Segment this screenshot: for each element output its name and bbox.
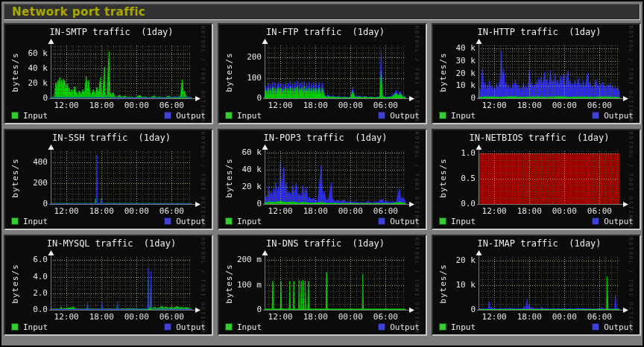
legend-label: Output — [390, 322, 420, 332]
y-tick-label: 0.0 — [433, 199, 476, 208]
legend-item-input: Input — [11, 322, 48, 332]
legend-item-input: Input — [225, 111, 262, 121]
legend-label: Input — [237, 217, 262, 226]
x-tick-label: 06:00 — [155, 312, 188, 322]
graph-panel-ssh[interactable]: IN-SSH traffic (1day)bytes/sRRDTOOL / TO… — [4, 129, 213, 230]
y-tick-label: 0 — [5, 199, 48, 208]
x-tick-label: 06:00 — [369, 312, 402, 322]
legend-label: Input — [237, 322, 262, 332]
legend-item-output: Output — [378, 111, 420, 121]
legend-item-output: Output — [378, 322, 420, 332]
graph-title: IN-POP3 traffic (1day) — [242, 133, 409, 143]
input-swatch — [439, 112, 446, 119]
rrdtool-watermark: RRDTOOL / TOBI OETIKER — [414, 235, 420, 334]
y-tick-label: 0.0 — [5, 305, 48, 314]
graph-title: IN-IMAP traffic (1day) — [455, 238, 623, 249]
output-swatch — [592, 112, 599, 119]
rrdtool-watermark: RRDTOOL / TOBI OETIKER — [628, 129, 634, 229]
legend-label: Input — [23, 322, 48, 332]
x-tick-label: 18:00 — [513, 206, 546, 216]
input-swatch — [225, 323, 233, 331]
legend: InputOutput — [439, 110, 634, 121]
graph-panel-imap[interactable]: IN-IMAP traffic (1day)bytes/sRRDTOOL / T… — [432, 235, 641, 336]
legend-item-output: Output — [378, 217, 420, 226]
input-swatch — [225, 112, 233, 119]
y-tick-label: 1.0 — [433, 148, 476, 158]
legend: InputOutput — [225, 110, 420, 121]
legend-item-input: Input — [11, 217, 48, 226]
y-tick-label: 10 k — [433, 280, 476, 290]
legend: InputOutput — [225, 322, 420, 332]
y-tick-label: 20 k — [219, 182, 262, 191]
y-tick-label: 2.0 — [5, 288, 48, 298]
x-tick-label: 00:00 — [334, 206, 367, 216]
graph-panel-smtp[interactable]: IN-SMTP traffic (1day)bytes/sRRDTOOL / T… — [4, 23, 213, 124]
legend-item-input: Input — [439, 217, 476, 226]
y-tick-label: 6.0 — [5, 255, 48, 264]
legend: InputOutput — [439, 216, 634, 226]
legend-label: Output — [176, 217, 206, 226]
legend-label: Output — [604, 111, 634, 121]
graph-title: IN-SMTP traffic (1day) — [28, 27, 195, 37]
legend-label: Input — [451, 111, 476, 121]
legend-item-input: Input — [439, 322, 476, 332]
legend-label: Output — [390, 217, 420, 226]
graph-panel-dns[interactable]: IN-DNS traffic (1day)bytes/sRRDTOOL / TO… — [218, 235, 427, 336]
legend-label: Output — [604, 322, 634, 332]
legend: InputOutput — [225, 216, 420, 226]
y-tick-label: 0 — [433, 93, 476, 103]
legend-item-output: Output — [592, 217, 634, 226]
x-tick-label: 18:00 — [299, 206, 332, 216]
y-tick-label: 30 k — [433, 56, 476, 66]
x-tick-label: 06:00 — [583, 312, 616, 322]
x-tick-label: 00:00 — [548, 206, 581, 216]
input-swatch — [439, 323, 446, 331]
x-tick-label: 12:00 — [50, 101, 83, 110]
rrdtool-watermark: RRDTOOL / TOBI OETIKER — [200, 23, 206, 123]
legend-item-output: Output — [592, 111, 634, 121]
y-tick-label: 4.0 — [5, 272, 48, 281]
rrdtool-watermark: RRDTOOL / TOBI OETIKER — [414, 129, 420, 229]
x-tick-label: 12:00 — [50, 206, 83, 216]
y-tick-label: 0 — [433, 305, 476, 314]
output-swatch — [378, 112, 385, 119]
x-tick-label: 06:00 — [155, 206, 188, 216]
graph-panel-ftp[interactable]: IN-FTP traffic (1day)bytes/sRRDTOOL / TO… — [218, 23, 427, 124]
x-tick-label: 00:00 — [120, 312, 153, 322]
rrdtool-watermark: RRDTOOL / TOBI OETIKER — [414, 23, 420, 123]
legend-label: Output — [390, 111, 420, 121]
graph-panel-mysql[interactable]: IN-MYSQL traffic (1day)bytes/sRRDTOOL / … — [4, 235, 213, 336]
legend-item-input: Input — [11, 111, 48, 121]
y-tick-label: 100 m — [219, 280, 262, 290]
input-swatch — [11, 323, 19, 331]
legend-item-input: Input — [439, 111, 476, 121]
y-tick-label: 40 k — [219, 165, 262, 174]
legend-label: Input — [451, 217, 476, 226]
legend-label: Output — [176, 322, 206, 332]
graph-title: IN-FTP traffic (1day) — [242, 27, 409, 37]
x-tick-label: 00:00 — [120, 101, 153, 110]
x-tick-label: 18:00 — [85, 101, 118, 110]
output-swatch — [592, 323, 599, 331]
rrdtool-watermark: RRDTOOL / TOBI OETIKER — [628, 23, 634, 123]
legend-label: Input — [451, 322, 476, 332]
x-tick-label: 06:00 — [369, 206, 402, 216]
x-tick-label: 18:00 — [513, 101, 546, 110]
graph-title: IN-SSH traffic (1day) — [28, 133, 195, 143]
x-tick-label: 06:00 — [155, 101, 188, 110]
graph-title: IN-HTTP traffic (1day) — [455, 27, 623, 37]
rrdtool-watermark: RRDTOOL / TOBI OETIKER — [628, 235, 634, 334]
legend-item-output: Output — [164, 111, 206, 121]
graph-panel-http[interactable]: IN-HTTP traffic (1day)bytes/sRRDTOOL / T… — [432, 23, 641, 124]
legend-label: Input — [237, 111, 262, 121]
y-tick-label: 0 — [219, 199, 262, 208]
x-tick-label: 06:00 — [369, 101, 402, 110]
y-tick-label: 40 k — [433, 43, 476, 53]
output-swatch — [378, 323, 385, 331]
x-tick-label: 18:00 — [85, 206, 118, 216]
graph-panel-netbios[interactable]: IN-NETBIOS traffic (1day)bytes/sRRDTOOL … — [432, 129, 641, 230]
graph-panel-pop3[interactable]: IN-POP3 traffic (1day)bytes/sRRDTOOL / T… — [218, 129, 427, 230]
y-tick-label: 0 — [5, 93, 48, 103]
y-tick-label: 20 k — [5, 78, 48, 88]
y-tick-label: 100 — [219, 73, 262, 83]
